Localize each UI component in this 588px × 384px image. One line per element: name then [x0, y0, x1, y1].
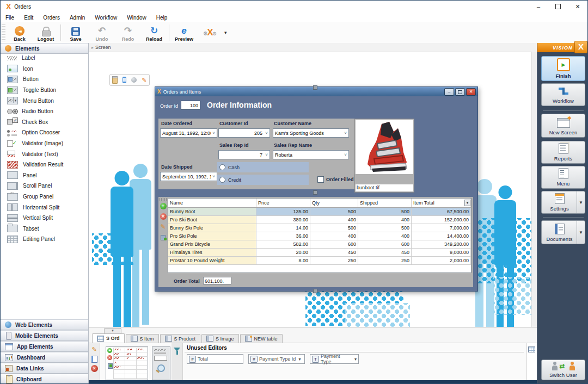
- selection-handle[interactable]: [313, 190, 317, 195]
- dialog-maximize-icon[interactable]: [455, 88, 465, 96]
- reload-button[interactable]: ↻ Reload: [141, 22, 167, 43]
- tab-s-product[interactable]: S Product: [160, 334, 201, 343]
- palette-item-validator-image[interactable]: Validator (Image): [1, 138, 88, 149]
- menu-file[interactable]: File: [1, 15, 19, 21]
- cash-radio[interactable]: [219, 164, 225, 170]
- menu-admin[interactable]: Admin: [65, 15, 90, 21]
- table-row[interactable]: Pro Ski Boot 380.00 400 400 152,000.00: [168, 216, 471, 224]
- palette-item-radio-button[interactable]: Radio Button: [1, 106, 88, 117]
- tab-s-ord[interactable]: S Ord: [92, 333, 125, 343]
- workflow-button[interactable]: Workflow: [541, 83, 585, 106]
- date-shipped-combo[interactable]: September 10, 1992, 1˅: [160, 172, 217, 181]
- paste-row-icon[interactable]: [160, 234, 167, 240]
- palette-item-horizontal-split[interactable]: Horizontal Split: [1, 202, 88, 213]
- vision-x-logo-icon[interactable]: X: [574, 41, 587, 53]
- table-row[interactable]: Pro Ski Pole 36.00 400 400 14,400.00: [168, 232, 471, 240]
- menu-workflow[interactable]: Workflow: [90, 15, 122, 21]
- column-header-name[interactable]: Name: [168, 199, 256, 207]
- app-elements-header[interactable]: App Elements: [1, 341, 88, 352]
- new-screen-button[interactable]: New Screen: [541, 114, 585, 138]
- palette-item-scroll-panel[interactable]: Scroll Panel: [1, 181, 88, 191]
- dialog-close-icon[interactable]: ✕: [466, 88, 476, 96]
- palette-item-label[interactable]: Label: [1, 53, 88, 64]
- finish-button[interactable]: Finish: [541, 56, 585, 81]
- logout-button[interactable]: Logout: [33, 22, 59, 43]
- table-row[interactable]: Grand Prix Bicycle 582.00 600 600 349,20…: [168, 240, 471, 249]
- settings-caret-icon[interactable]: ▼: [577, 191, 585, 213]
- minimize-icon[interactable]: –: [529, 1, 548, 13]
- dashboard-header[interactable]: Dashboard: [1, 352, 88, 363]
- data-links-header[interactable]: Data Links: [1, 363, 88, 374]
- customer-id-combo[interactable]: 205˅: [218, 128, 270, 138]
- menu-help[interactable]: Help: [151, 15, 173, 21]
- column-header-price[interactable]: Price: [256, 199, 310, 207]
- palette-item-validation-result[interactable]: Validation Result: [1, 159, 88, 170]
- desktop-device-icon[interactable]: [112, 77, 118, 84]
- palette-item-option-chooser[interactable]: Option Chooser: [1, 127, 88, 138]
- save-button[interactable]: Save: [63, 22, 89, 43]
- maximize-icon[interactable]: [548, 1, 568, 13]
- tab-s-image[interactable]: S Image: [201, 334, 239, 343]
- menu-edit[interactable]: Edit: [19, 15, 38, 21]
- selection-handle[interactable]: [313, 289, 317, 293]
- credit-radio[interactable]: [219, 177, 225, 183]
- sales-rep-id-combo[interactable]: 7˅: [218, 150, 270, 159]
- sales-rep-name-combo[interactable]: Roberta˅: [273, 150, 349, 159]
- mobile-device-icon[interactable]: [122, 77, 126, 83]
- table-row[interactable]: Bunny Ski Pole 14.00 500 500 7,000.00: [168, 224, 471, 232]
- preview-button[interactable]: e Preview: [171, 22, 197, 43]
- table-row[interactable]: Prostar 10 Pound Weight 8.00 250 250 2,0…: [168, 257, 471, 265]
- toolbar-dropdown-caret-icon[interactable]: ▾: [224, 30, 227, 35]
- table-row[interactable]: Bunny Boot▾ 135.00 500 500 67,500.00: [168, 208, 471, 216]
- row-dropdown-caret-icon[interactable]: ▾: [464, 200, 470, 206]
- elements-panel-header[interactable]: Elements: [1, 43, 88, 54]
- column-header-item-total[interactable]: Item Total: [412, 199, 471, 207]
- date-ordered-combo[interactable]: August 31, 1992, 12:00˅: [160, 128, 217, 138]
- palette-item-button[interactable]: Button: [1, 74, 88, 85]
- add-row-icon[interactable]: +: [160, 203, 167, 209]
- tab-s-item[interactable]: S Item: [126, 334, 159, 343]
- filter-funnel-icon[interactable]: [174, 348, 180, 351]
- back-button[interactable]: ◂◂ Back: [7, 22, 33, 43]
- palette-item-tabset[interactable]: Tabset: [1, 224, 88, 234]
- table-grid-icon[interactable]: [528, 346, 535, 352]
- close-icon[interactable]: ✕: [568, 1, 587, 13]
- switch-user-button[interactable]: ⇄ Switch User: [541, 360, 585, 380]
- documents-button[interactable]: Documents ▼: [541, 220, 585, 244]
- web-device-icon[interactable]: [131, 77, 137, 83]
- menu-button[interactable]: Menu: [541, 166, 585, 189]
- web-elements-header[interactable]: Web Elements: [1, 319, 88, 330]
- mobile-elements-header[interactable]: Mobile Elements: [1, 330, 88, 341]
- tab-new-table[interactable]: NEW table: [240, 334, 283, 343]
- palette-item-vertical-split[interactable]: Vertical Split: [1, 213, 88, 224]
- unused-editor-total[interactable]: # Total: [187, 354, 243, 364]
- palette-item-validator-text[interactable]: Validator (Text): [1, 148, 88, 159]
- column-header-shipped[interactable]: Shipped: [358, 199, 412, 207]
- edit-pencil-icon[interactable]: ✎: [142, 77, 146, 83]
- order-id-field[interactable]: 100: [181, 101, 200, 110]
- menu-window[interactable]: Window: [122, 15, 151, 21]
- palette-item-toggle-button[interactable]: Toggle Button: [1, 85, 88, 96]
- canvas-scrollbar[interactable]: [531, 52, 537, 327]
- reports-button[interactable]: Reports: [541, 141, 585, 164]
- search-panel-thumbnail[interactable]: [152, 346, 170, 380]
- palette-item-check-box[interactable]: Check Box: [1, 117, 88, 128]
- order-total-field[interactable]: 601,100.: [203, 277, 231, 284]
- table-row[interactable]: Himalaya Tires 20.00 450 450 9,000.00: [168, 249, 471, 257]
- palette-item-icon[interactable]: Icon: [1, 64, 88, 75]
- unused-editor-payment-type[interactable]: T Payment Type ▾: [310, 354, 359, 364]
- dialog-minimize-icon[interactable]: –: [444, 88, 454, 96]
- documents-caret-icon[interactable]: ▼: [577, 221, 585, 244]
- palette-item-group-panel[interactable]: Group Panel: [1, 191, 88, 202]
- customer-name-combo[interactable]: Kam's Sporting Goods˅: [273, 128, 349, 138]
- palette-item-menu-button[interactable]: Menu Button: [1, 95, 88, 106]
- selection-handle[interactable]: [313, 85, 317, 90]
- settings-button[interactable]: Settings ▼: [541, 191, 585, 214]
- delete-row-icon[interactable]: ✕: [160, 213, 167, 220]
- delete-icon[interactable]: ✕: [91, 365, 98, 372]
- unused-editor-payment-type-id[interactable]: # Payment Type Id ▾: [248, 354, 305, 364]
- menu-orders[interactable]: Orders: [38, 15, 65, 21]
- table-structure-thumbnail[interactable]: + ✕: [106, 346, 148, 380]
- clipboard-header[interactable]: Clipboard: [1, 374, 88, 384]
- order-filled-checkbox[interactable]: [317, 176, 324, 183]
